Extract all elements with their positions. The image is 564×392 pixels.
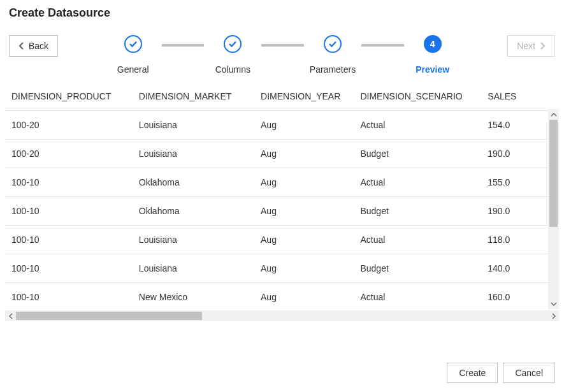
table-cell: Aug <box>254 197 354 226</box>
table-cell: Aug <box>254 283 354 310</box>
table-cell: Actual <box>354 283 481 310</box>
cancel-button[interactable]: Cancel <box>503 363 555 383</box>
scroll-up-arrow-icon[interactable] <box>548 109 559 120</box>
step-circle <box>324 35 342 53</box>
table-row[interactable]: 100-10OklahomaAugBudget190.0 <box>5 197 559 226</box>
vertical-scrollbar[interactable] <box>548 109 559 309</box>
horizontal-scroll-thumb[interactable] <box>16 312 202 320</box>
horizontal-scrollbar[interactable] <box>5 310 559 321</box>
chevron-right-icon <box>539 42 546 50</box>
footer-buttons: Create Cancel <box>447 363 555 383</box>
check-icon <box>128 39 138 49</box>
chevron-left-icon <box>18 42 25 50</box>
table-cell: Louisiana <box>133 226 254 254</box>
table-cell: 190.0 <box>481 140 559 168</box>
page-title: Create Datasource <box>9 6 555 20</box>
scroll-down-arrow-icon[interactable] <box>548 298 559 309</box>
table-cell: 100-20 <box>5 140 133 168</box>
table-cell: New Mexico <box>133 283 254 310</box>
column-header[interactable]: DIMENSION_YEAR <box>254 87 354 111</box>
table-cell: Aug <box>254 140 354 168</box>
step-circle <box>224 35 242 53</box>
step-parameters[interactable]: Parameters <box>304 35 361 75</box>
table-row[interactable]: 100-20LouisianaAugBudget190.0 <box>5 140 559 168</box>
table-cell: 100-20 <box>5 111 133 140</box>
table-cell: Actual <box>354 168 481 197</box>
table-cell: 154.0 <box>481 111 559 140</box>
column-header[interactable]: DIMENSION_SCENARIO <box>354 87 481 111</box>
back-button-label: Back <box>29 41 48 51</box>
step-connector <box>261 44 304 47</box>
table-cell: Budget <box>354 140 481 168</box>
scroll-right-arrow-icon[interactable] <box>548 310 559 321</box>
table-header-row: DIMENSION_PRODUCT DIMENSION_MARKET DIMEN… <box>5 87 559 111</box>
table-cell: 160.0 <box>481 283 559 310</box>
next-button-label: Next <box>517 41 535 51</box>
step-label: Parameters <box>310 64 356 75</box>
preview-table: DIMENSION_PRODUCT DIMENSION_MARKET DIMEN… <box>5 87 559 309</box>
column-header[interactable]: DIMENSION_PRODUCT <box>5 87 133 111</box>
table-cell: Budget <box>354 254 481 283</box>
table-cell: 140.0 <box>481 254 559 283</box>
step-circle: 4 <box>424 35 442 53</box>
table-cell: Budget <box>354 197 481 226</box>
table-row[interactable]: 100-10LouisianaAugBudget140.0 <box>5 254 559 283</box>
step-connector <box>361 44 404 47</box>
column-header[interactable]: DIMENSION_MARKET <box>133 87 254 111</box>
preview-table-area: DIMENSION_PRODUCT DIMENSION_MARKET DIMEN… <box>5 87 559 321</box>
table-cell: Louisiana <box>133 254 254 283</box>
step-general[interactable]: General <box>105 35 162 75</box>
step-circle <box>124 35 142 53</box>
step-label: Preview <box>416 64 449 75</box>
vertical-scroll-track[interactable] <box>548 120 559 298</box>
horizontal-scroll-track[interactable] <box>16 310 548 321</box>
table-cell: 100-10 <box>5 197 133 226</box>
table-cell: Aug <box>254 226 354 254</box>
step-label: General <box>117 64 149 75</box>
table-cell: 155.0 <box>481 168 559 197</box>
next-button: Next <box>507 35 555 57</box>
table-row[interactable]: 100-10LouisianaAugActual118.0 <box>5 226 559 254</box>
table-cell: Louisiana <box>133 111 254 140</box>
create-button[interactable]: Create <box>447 363 498 383</box>
column-header[interactable]: SALES <box>481 87 559 111</box>
step-preview[interactable]: 4 Preview <box>404 35 461 75</box>
table-row[interactable]: 100-10New MexicoAugActual160.0 <box>5 283 559 310</box>
table-cell: Oklahoma <box>133 197 254 226</box>
back-button[interactable]: Back <box>9 35 58 57</box>
table-cell: 190.0 <box>481 197 559 226</box>
table-cell: Actual <box>354 111 481 140</box>
table-cell: Aug <box>254 254 354 283</box>
step-label: Columns <box>215 64 250 75</box>
table-cell: 118.0 <box>481 226 559 254</box>
table-cell: Aug <box>254 111 354 140</box>
table-cell: 100-10 <box>5 254 133 283</box>
scroll-left-arrow-icon[interactable] <box>5 310 16 321</box>
table-cell: Aug <box>254 168 354 197</box>
check-icon <box>228 39 238 49</box>
step-columns[interactable]: Columns <box>204 35 261 75</box>
table-cell: 100-10 <box>5 168 133 197</box>
table-cell: Actual <box>354 226 481 254</box>
stepper: General Columns Parameters 4 Preview <box>58 30 507 75</box>
table-cell: Oklahoma <box>133 168 254 197</box>
wizard-bar: Back General Columns Paramet <box>0 24 564 75</box>
table-row[interactable]: 100-10OklahomaAugActual155.0 <box>5 168 559 197</box>
check-icon <box>328 39 338 49</box>
table-cell: Louisiana <box>133 140 254 168</box>
table-cell: 100-10 <box>5 283 133 310</box>
step-connector <box>162 44 205 47</box>
table-cell: 100-10 <box>5 226 133 254</box>
table-row[interactable]: 100-20LouisianaAugActual154.0 <box>5 111 559 140</box>
vertical-scroll-thumb[interactable] <box>549 120 558 227</box>
